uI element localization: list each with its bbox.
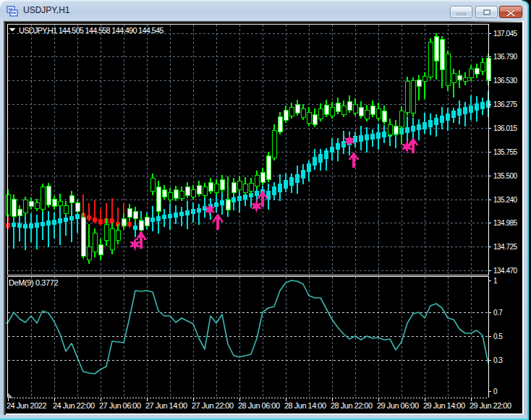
svg-text:24 Jun 22:00: 24 Jun 22:00 (53, 401, 95, 410)
svg-text:27 Jun 06:00: 27 Jun 06:00 (99, 401, 141, 410)
svg-text:28 Jun 22:00: 28 Jun 22:00 (331, 401, 373, 410)
svg-text:29 Jun 14:00: 29 Jun 14:00 (423, 401, 465, 410)
svg-text:USDJPY,H1 144.505 144.558 144.: USDJPY,H1 144.505 144.558 144.490 144.54… (19, 26, 163, 35)
svg-text:28 Jun 06:00: 28 Jun 06:00 (238, 401, 280, 410)
svg-text:136.275: 136.275 (493, 100, 518, 108)
svg-text:135.755: 135.755 (493, 148, 518, 156)
svg-text:29 Jun 22:00: 29 Jun 22:00 (470, 401, 511, 410)
svg-text:DeM(9) 0.3772: DeM(9) 0.3772 (9, 278, 58, 287)
svg-text:135.240: 135.240 (493, 196, 518, 204)
svg-text:134.725: 134.725 (493, 243, 518, 251)
svg-text:135.500: 135.500 (493, 172, 518, 180)
svg-text:0.7: 0.7 (493, 309, 503, 317)
svg-text:27 Jun 22:00: 27 Jun 22:00 (192, 401, 234, 410)
svg-text:0.3: 0.3 (493, 356, 503, 364)
svg-text:136.530: 136.530 (493, 77, 518, 85)
svg-text:28 Jun 14:00: 28 Jun 14:00 (284, 401, 326, 410)
svg-text:0.5: 0.5 (493, 333, 503, 340)
svg-text:27 Jun 14:00: 27 Jun 14:00 (145, 401, 187, 410)
svg-text:136.015: 136.015 (493, 124, 518, 132)
svg-text:136.790: 136.790 (493, 53, 518, 61)
svg-text:134.985: 134.985 (493, 219, 518, 227)
svg-text:137.045: 137.045 (493, 30, 518, 38)
svg-text:29 Jun 06:00: 29 Jun 06:00 (377, 401, 419, 410)
svg-text:24 Jun 2022: 24 Jun 2022 (7, 401, 46, 410)
svg-text:134.470: 134.470 (493, 267, 518, 275)
